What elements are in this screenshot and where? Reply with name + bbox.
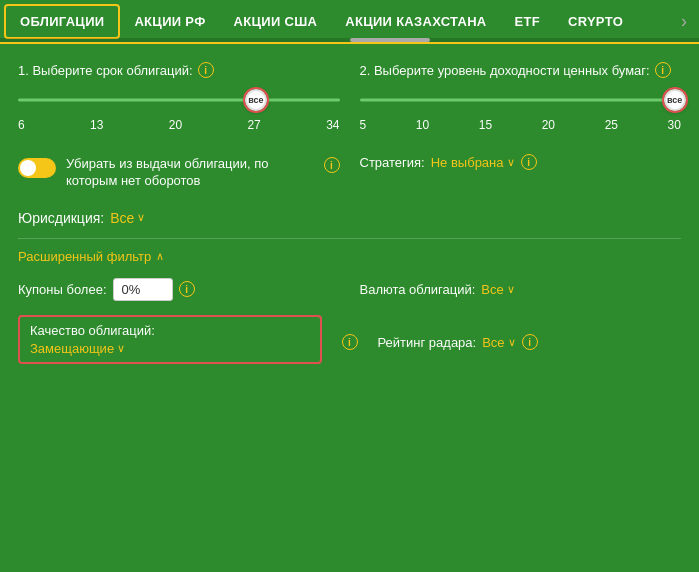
toggle-label: Убирать из выдачи облигации, по которым … — [66, 156, 340, 190]
quality-info-wrapper: i — [342, 315, 358, 364]
toggle-label-text: Убирать из выдачи облигации, по которым … — [66, 156, 318, 190]
toggle-info-icon[interactable]: i — [324, 157, 340, 173]
strategy-chevron-icon: ∨ — [507, 156, 515, 169]
divider — [18, 238, 681, 239]
currency-chevron-icon: ∨ — [507, 283, 515, 296]
mark-20: 20 — [169, 118, 182, 132]
filter-yield-slider[interactable]: все — [360, 86, 682, 114]
strategy-label: Стратегия: — [360, 155, 425, 170]
filter-term-label: 1. Выберите срок облигаций: i — [18, 62, 340, 78]
quality-label: Качество облигаций: — [30, 323, 310, 338]
coupons-label: Купоны более: — [18, 282, 107, 297]
rating-value-text: Все — [482, 335, 504, 350]
coupons-input[interactable] — [113, 278, 173, 301]
advanced-filter-label: Расширенный фильтр — [18, 249, 151, 264]
mark-5: 5 — [360, 118, 367, 132]
jurisdiction-label: Юрисдикция: — [18, 210, 104, 226]
currency-label: Валюта облигаций: — [360, 282, 476, 297]
tab-etf[interactable]: ETF — [501, 6, 554, 37]
slider-track-1 — [18, 99, 340, 102]
filter-term: 1. Выберите срок облигаций: i все 6 13 2… — [18, 62, 340, 132]
tab-akcii-usa[interactable]: АКЦИИ США — [220, 6, 332, 37]
mark-15: 15 — [479, 118, 492, 132]
strategy-info-icon[interactable]: i — [521, 154, 537, 170]
coupons-info-icon[interactable]: i — [179, 281, 195, 297]
strategy-dropdown[interactable]: Не выбрана ∨ — [431, 155, 515, 170]
advanced-filter-chevron-icon: ∧ — [156, 250, 164, 263]
strategy-value-text: Не выбрана — [431, 155, 504, 170]
rating-info-icon[interactable]: i — [522, 334, 538, 350]
mark-30: 30 — [668, 118, 681, 132]
rating-section: Рейтинг радара: Все ∨ i — [378, 315, 682, 364]
main-content: 1. Выберите срок облигаций: i все 6 13 2… — [0, 44, 699, 364]
filter-row: 1. Выберите срок облигаций: i все 6 13 2… — [18, 62, 681, 132]
quality-section-wrapper: Качество облигаций: Замещающие ∨ — [18, 315, 322, 364]
advanced-filter-toggle[interactable]: Расширенный фильтр ∧ — [18, 249, 681, 264]
mark-13: 13 — [90, 118, 103, 132]
toggle-strategy-row: Убирать из выдачи облигации, по которым … — [18, 142, 681, 200]
slider-thumb-2-label: все — [667, 95, 682, 105]
rating-chevron-icon: ∨ — [508, 336, 516, 349]
currency-dropdown[interactable]: Все ∨ — [481, 282, 514, 297]
filter-yield-text: 2. Выберите уровень доходности ценных бу… — [360, 63, 650, 78]
filter-term-marks: 6 13 20 27 34 — [18, 118, 340, 132]
jurisdiction-section: Юрисдикция: Все ∨ — [18, 210, 145, 226]
quality-chevron-icon: ∨ — [117, 342, 125, 355]
jurisdiction-chevron-icon: ∨ — [137, 211, 145, 224]
slider-thumb-2[interactable]: все — [664, 89, 686, 111]
currency-value-text: Все — [481, 282, 503, 297]
tabs-right-arrow[interactable]: › — [673, 11, 695, 32]
tab-crypto[interactable]: CRYPTO — [554, 6, 637, 37]
quality-dropdown[interactable]: Замещающие ∨ — [30, 341, 310, 356]
toggle-row: Убирать из выдачи облигации, по которым … — [18, 156, 340, 190]
tabs-bar: ОБЛИГАЦИИ АКЦИИ РФ АКЦИИ США АКЦИИ КАЗАХ… — [0, 0, 699, 44]
filter-term-info-icon[interactable]: i — [198, 62, 214, 78]
mark-10: 10 — [416, 118, 429, 132]
rating-dropdown[interactable]: Все ∨ — [482, 335, 515, 350]
advanced-row-2: Качество облигаций: Замещающие ∨ i Рейти… — [18, 315, 681, 364]
strategy-row: Стратегия: Не выбрана ∨ i — [360, 154, 682, 170]
coupons-section: Купоны более: i — [18, 278, 340, 301]
tab-akcii-rf[interactable]: АКЦИИ РФ — [120, 6, 219, 37]
jurisdiction-value-text: Все — [110, 210, 134, 226]
quality-box: Качество облигаций: Замещающие ∨ — [18, 315, 322, 364]
slider-thumb-1-label: все — [248, 95, 263, 105]
toggle-section: Убирать из выдачи облигации, по которым … — [18, 142, 340, 200]
quality-info-icon[interactable]: i — [342, 334, 358, 350]
filter-yield-info-icon[interactable]: i — [655, 62, 671, 78]
tabs-scrollbar-thumb[interactable] — [350, 38, 430, 42]
strategy-section: Стратегия: Не выбрана ∨ i — [360, 142, 682, 200]
filter-yield-label: 2. Выберите уровень доходности ценных бу… — [360, 62, 682, 78]
tabs-scrollbar-track — [0, 38, 699, 42]
toggle-switch[interactable] — [18, 158, 56, 178]
slider-thumb-1[interactable]: все — [245, 89, 267, 111]
jurisdiction-dropdown[interactable]: Все ∨ — [110, 210, 145, 226]
mark-27: 27 — [247, 118, 260, 132]
filter-term-text: 1. Выберите срок облигаций: — [18, 63, 193, 78]
tab-akcii-kz[interactable]: АКЦИИ КАЗАХСТАНА — [331, 6, 500, 37]
mark-34: 34 — [326, 118, 339, 132]
currency-section: Валюта облигаций: Все ∨ — [360, 278, 682, 301]
mark-25: 25 — [605, 118, 618, 132]
advanced-row-1: Купоны более: i Валюта облигаций: Все ∨ — [18, 278, 681, 301]
mark-20: 20 — [542, 118, 555, 132]
quality-value-text: Замещающие — [30, 341, 114, 356]
tab-obligacii[interactable]: ОБЛИГАЦИИ — [4, 4, 120, 39]
slider-track-2 — [360, 99, 682, 102]
filter-term-slider[interactable]: все — [18, 86, 340, 114]
filter-yield-marks: 5 10 15 20 25 30 — [360, 118, 682, 132]
mark-6: 6 — [18, 118, 25, 132]
jurisdiction-row: Юрисдикция: Все ∨ — [18, 210, 681, 226]
toggle-knob — [20, 160, 36, 176]
rating-label: Рейтинг радара: — [378, 335, 477, 350]
filter-yield: 2. Выберите уровень доходности ценных бу… — [360, 62, 682, 132]
